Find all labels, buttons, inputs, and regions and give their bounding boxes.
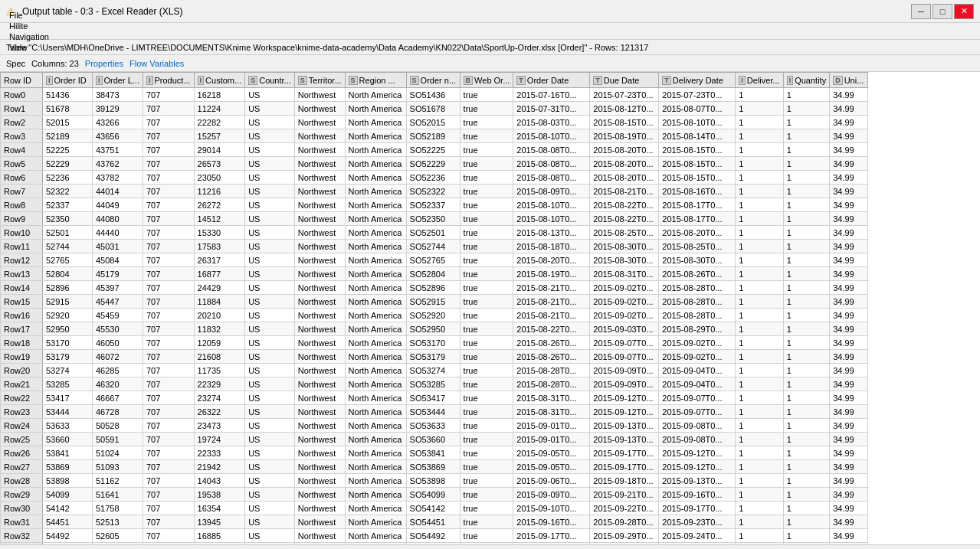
table-cell[interactable]: 53285 — [43, 377, 93, 391]
table-cell[interactable]: North America — [345, 391, 406, 405]
table-cell[interactable]: 34.99 — [830, 460, 868, 474]
table-cell[interactable]: SO54099 — [406, 488, 460, 502]
table-cell[interactable]: North America — [345, 143, 406, 157]
table-cell[interactable]: true — [460, 515, 513, 529]
table-cell[interactable]: 2015-08-20T0... — [513, 253, 590, 267]
col-header-7[interactable]: SRegion ... — [345, 73, 406, 88]
table-cell[interactable]: 1 — [783, 212, 829, 226]
table-cell[interactable]: 2015-09-12T0... — [590, 391, 659, 405]
table-cell[interactable]: 34.99 — [830, 226, 868, 240]
table-cell[interactable]: 707 — [143, 102, 194, 116]
table-cell[interactable]: 51093 — [93, 460, 143, 474]
table-cell[interactable]: North America — [345, 502, 406, 515]
table-cell[interactable]: SO53170 — [406, 336, 460, 350]
table-cell[interactable]: true — [460, 226, 513, 240]
table-cell[interactable]: 34.99 — [830, 364, 868, 377]
table-cell[interactable]: 1 — [783, 377, 829, 391]
table-cell[interactable]: 45397 — [93, 281, 143, 295]
table-cell[interactable]: 34.99 — [830, 267, 868, 281]
table-cell[interactable]: true — [460, 157, 513, 171]
table-cell[interactable]: 51678 — [43, 102, 93, 116]
table-cell[interactable]: 34.99 — [830, 336, 868, 350]
table-cell[interactable]: 1 — [783, 405, 829, 419]
table-cell[interactable]: 1 — [736, 253, 783, 267]
table-cell[interactable]: true — [460, 253, 513, 267]
table-cell[interactable]: 2015-08-26T0... — [513, 350, 590, 364]
table-cell[interactable]: 52804 — [43, 267, 93, 281]
table-cell[interactable]: 2015-09-16T0... — [513, 515, 590, 529]
table-cell[interactable]: Northwest — [294, 295, 345, 309]
table-cell[interactable]: 1 — [783, 267, 829, 281]
table-cell[interactable]: 2015-08-30T0... — [659, 253, 736, 267]
table-cell[interactable]: 1 — [736, 419, 783, 433]
table-cell[interactable]: 2015-08-25T0... — [590, 226, 659, 240]
table-cell[interactable]: true — [460, 488, 513, 502]
table-cell[interactable]: 707 — [143, 446, 194, 460]
table-cell[interactable]: Northwest — [294, 185, 345, 198]
table-cell[interactable]: 707 — [143, 322, 194, 336]
table-row[interactable]: Row9523504408070714512USNorthwestNorth A… — [1, 212, 868, 226]
table-cell[interactable]: 53841 — [43, 446, 93, 460]
table-cell[interactable]: 54142 — [43, 502, 93, 515]
table-cell[interactable]: 34.99 — [830, 102, 868, 116]
table-cell[interactable]: 51024 — [93, 446, 143, 460]
table-cell[interactable]: 50591 — [93, 433, 143, 446]
table-row[interactable]: Row10525014444070715330USNorthwestNorth … — [1, 226, 868, 240]
table-cell[interactable]: US — [245, 226, 295, 240]
table-cell[interactable]: 44049 — [93, 198, 143, 212]
table-cell[interactable]: North America — [345, 185, 406, 198]
table-cell[interactable]: 38473 — [93, 88, 143, 102]
table-cell[interactable]: 1 — [736, 405, 783, 419]
table-cell[interactable]: 34.99 — [830, 171, 868, 185]
table-cell[interactable]: 11884 — [194, 295, 245, 309]
table-cell[interactable]: 707 — [143, 529, 194, 543]
table-cell[interactable]: 20210 — [194, 309, 245, 322]
table-cell[interactable]: 2015-09-08T0... — [659, 419, 736, 433]
table-cell[interactable]: 707 — [143, 267, 194, 281]
table-cell[interactable]: 1 — [783, 529, 829, 543]
table-cell[interactable]: Northwest — [294, 433, 345, 446]
table-cell[interactable]: 1 — [783, 102, 829, 116]
table-cell[interactable]: 34.99 — [830, 391, 868, 405]
col-header-12[interactable]: TDelivery Date — [659, 73, 736, 88]
table-cell[interactable]: 19724 — [194, 433, 245, 446]
table-row[interactable]: Row8523374404970726272USNorthwestNorth A… — [1, 198, 868, 212]
table-cell[interactable]: 707 — [143, 433, 194, 446]
table-cell[interactable]: 52896 — [43, 281, 93, 295]
table-cell[interactable]: true — [460, 529, 513, 543]
table-row[interactable]: Row11527444503170717583USNorthwestNorth … — [1, 240, 868, 253]
table-cell[interactable]: 34.99 — [830, 129, 868, 143]
table-cell[interactable]: 1 — [736, 102, 783, 116]
table-cell[interactable]: 707 — [143, 212, 194, 226]
table-cell[interactable]: 34.99 — [830, 488, 868, 502]
table-cell[interactable]: 23274 — [194, 391, 245, 405]
table-cell[interactable]: true — [460, 350, 513, 364]
close-button[interactable]: ✕ — [954, 4, 974, 19]
table-cell[interactable]: Northwest — [294, 419, 345, 433]
table-cell[interactable]: 2015-09-03T0... — [590, 322, 659, 336]
table-cell[interactable]: 707 — [143, 350, 194, 364]
table-cell[interactable]: SO53274 — [406, 364, 460, 377]
table-cell[interactable]: 2015-08-21T0... — [513, 281, 590, 295]
table-cell[interactable]: US — [245, 157, 295, 171]
table-cell[interactable]: 2015-08-10T0... — [659, 116, 736, 129]
table-cell[interactable]: 2015-08-26T0... — [659, 267, 736, 281]
table-cell[interactable]: 52236 — [43, 171, 93, 185]
table-cell[interactable]: SO52920 — [406, 309, 460, 322]
table-cell[interactable]: 1 — [736, 171, 783, 185]
table-cell[interactable]: US — [245, 295, 295, 309]
table-cell[interactable]: 2015-09-09T0... — [590, 377, 659, 391]
table-cell[interactable]: 2015-08-16T0... — [659, 185, 736, 198]
table-cell[interactable]: 11216 — [194, 185, 245, 198]
table-cell[interactable]: 34.99 — [830, 88, 868, 102]
table-cell[interactable]: 707 — [143, 143, 194, 157]
table-cell[interactable]: 2015-09-02T0... — [659, 350, 736, 364]
table-cell[interactable]: 52337 — [43, 198, 93, 212]
table-cell[interactable]: 1 — [736, 488, 783, 502]
table-cell[interactable]: US — [245, 529, 295, 543]
table-cell[interactable]: 16885 — [194, 529, 245, 543]
table-cell[interactable]: Northwest — [294, 515, 345, 529]
table-cell[interactable]: true — [460, 322, 513, 336]
table-cell[interactable]: 2015-09-01T0... — [513, 433, 590, 446]
table-cell[interactable]: 46072 — [93, 350, 143, 364]
